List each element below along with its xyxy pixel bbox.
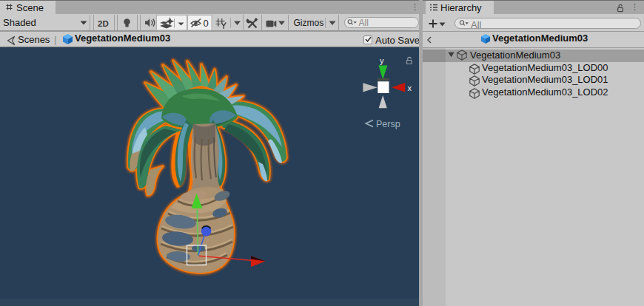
svg-text:All: All	[359, 18, 369, 28]
svg-text:Gizmos: Gizmos	[294, 18, 324, 28]
svg-text:Persp: Persp	[376, 119, 400, 129]
svg-text:x: x	[408, 84, 412, 92]
svg-text:0: 0	[204, 18, 209, 29]
svg-text:2D: 2D	[98, 19, 109, 28]
svg-text:y: y	[380, 56, 384, 65]
